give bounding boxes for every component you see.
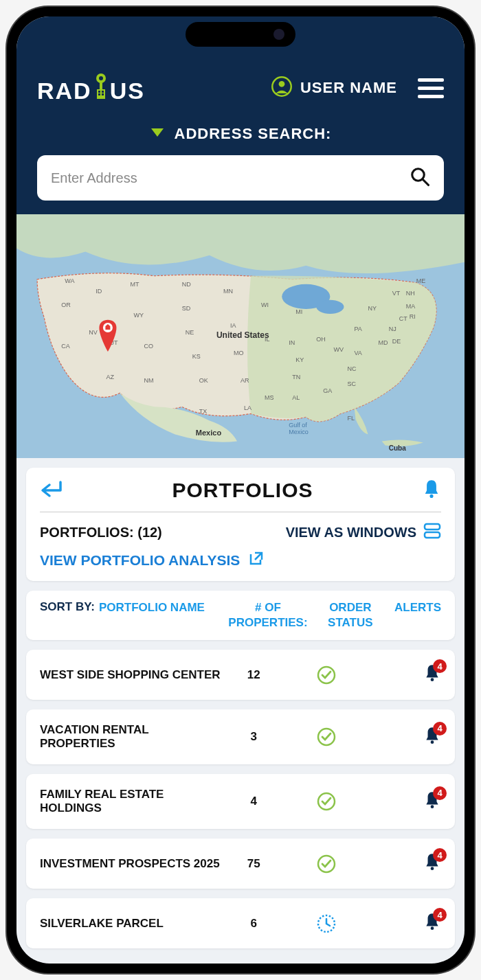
alert-bell-icon[interactable]: 4	[423, 912, 441, 935]
svg-text:TX: TX	[199, 408, 208, 415]
svg-point-13	[316, 300, 344, 314]
svg-text:CA: CA	[61, 343, 70, 350]
svg-text:FL: FL	[347, 415, 355, 422]
svg-text:NC: NC	[347, 365, 357, 372]
svg-text:MD: MD	[379, 339, 389, 346]
svg-line-10	[423, 179, 429, 185]
portfolio-row[interactable]: FAMILY REAL ESTATE HOLDINGS44	[26, 774, 455, 829]
svg-text:PA: PA	[355, 326, 362, 332]
svg-rect-5	[98, 93, 100, 95]
svg-rect-3	[98, 91, 100, 93]
svg-point-72	[431, 805, 434, 808]
view-analysis-button[interactable]: VIEW PORTFOLIO ANALYSIS	[40, 550, 441, 570]
svg-text:MT: MT	[131, 281, 140, 288]
logo-pin-icon	[93, 73, 109, 100]
svg-text:NJ: NJ	[389, 326, 396, 332]
sort-col-status[interactable]: ORDER STATUS	[319, 600, 382, 630]
svg-text:OH: OH	[316, 336, 326, 343]
svg-text:GA: GA	[323, 387, 332, 394]
status-check-icon	[286, 665, 366, 685]
row-properties-count: 4	[227, 795, 280, 808]
portfolio-row[interactable]: VACATION RENTAL PROPERTIES34	[26, 709, 455, 764]
svg-text:WV: WV	[333, 346, 344, 353]
svg-text:LA: LA	[244, 404, 251, 411]
svg-text:KS: KS	[192, 353, 201, 360]
sort-header: SORT BY: PORTFOLIO NAME # OF PROPERTIES:…	[26, 591, 455, 640]
external-link-icon	[247, 550, 263, 570]
svg-point-70	[431, 740, 434, 744]
svg-point-1	[99, 76, 103, 80]
svg-text:NY: NY	[368, 305, 377, 312]
svg-text:SD: SD	[182, 305, 191, 312]
svg-text:WY: WY	[134, 312, 144, 319]
sort-col-name[interactable]: PORTFOLIO NAME	[99, 600, 217, 615]
alert-bell-icon[interactable]: 4	[423, 852, 441, 875]
alert-bell-icon[interactable]: 4	[423, 663, 441, 686]
svg-text:WI: WI	[261, 301, 269, 308]
map-gulf-label: Gulf of	[289, 422, 307, 429]
svg-point-76	[431, 927, 434, 931]
svg-point-64	[429, 494, 433, 498]
alert-bell-icon[interactable]: 4	[423, 790, 441, 813]
view-as-windows-button[interactable]: VIEW AS WINDOWS	[286, 522, 441, 543]
portfolios-title: PORTFOLIOS	[172, 479, 313, 502]
svg-text:SC: SC	[347, 380, 356, 387]
svg-text:MA: MA	[406, 303, 416, 310]
portfolios-card: PORTFOLIOS PORTFOLIOS: (12) VIEW AS WIND…	[26, 468, 455, 581]
row-name: WEST SIDE SHOPPING CENTER	[40, 668, 221, 682]
svg-text:AR: AR	[240, 377, 249, 384]
map-view[interactable]: WAOR CANV IDMT WYUT AZCO NMND SDNE KSOK …	[16, 214, 465, 458]
chevron-down-icon[interactable]	[150, 126, 165, 141]
portfolio-row[interactable]: WEST SIDE SHOPPING CENTER124	[26, 650, 455, 700]
svg-text:DE: DE	[392, 338, 401, 345]
svg-text:ME: ME	[416, 277, 426, 284]
svg-text:IA: IA	[230, 322, 236, 329]
user-icon[interactable]	[271, 76, 292, 100]
portfolio-row[interactable]: SILVERLAKE PARCEL64	[26, 898, 455, 948]
sort-col-alerts[interactable]: ALERTS	[386, 600, 441, 615]
map-cuba-label: Cuba	[389, 444, 406, 452]
svg-text:NH: NH	[406, 290, 415, 297]
user-name-label[interactable]: USER NAME	[300, 79, 397, 97]
row-name: FAMILY REAL ESTATE HOLDINGS	[40, 788, 221, 815]
menu-icon[interactable]	[418, 78, 444, 98]
map-country-label: United States	[216, 330, 269, 340]
svg-text:NM: NM	[144, 377, 154, 384]
svg-rect-4	[102, 91, 104, 93]
svg-text:ND: ND	[182, 281, 192, 288]
search-label: ADDRESS SEARCH:	[175, 125, 332, 143]
svg-rect-65	[425, 524, 440, 529]
alert-bell-icon[interactable]: 4	[423, 726, 441, 749]
address-search-box[interactable]	[37, 155, 444, 201]
svg-point-68	[431, 679, 434, 682]
alert-badge: 4	[433, 786, 447, 800]
svg-point-74	[431, 867, 434, 871]
svg-text:NV: NV	[89, 329, 98, 336]
back-icon[interactable]	[40, 479, 63, 501]
bell-icon[interactable]	[422, 479, 441, 502]
svg-text:RI: RI	[410, 313, 416, 320]
map-mexico-label: Mexico	[196, 429, 222, 437]
status-check-icon	[286, 791, 366, 812]
svg-text:NE: NE	[186, 329, 194, 336]
row-name: INVESTMENT PROSPECTS 2025	[40, 857, 221, 871]
svg-rect-6	[102, 93, 104, 95]
sort-col-properties[interactable]: # OF PROPERTIES:	[221, 600, 314, 630]
svg-text:Mexico: Mexico	[289, 429, 309, 435]
svg-text:VT: VT	[392, 290, 401, 297]
row-properties-count: 3	[227, 730, 280, 744]
row-name: VACATION RENTAL PROPERTIES	[40, 723, 221, 751]
alert-badge: 4	[433, 659, 447, 673]
portfolio-row[interactable]: INVESTMENT PROSPECTS 2025754	[26, 839, 455, 889]
search-icon[interactable]	[410, 166, 430, 190]
svg-text:MI: MI	[295, 308, 302, 315]
svg-text:AL: AL	[292, 394, 300, 401]
alert-badge: 4	[433, 908, 447, 922]
svg-rect-2	[97, 89, 105, 99]
status-check-icon	[286, 854, 366, 874]
address-input[interactable]	[51, 170, 410, 186]
row-properties-count: 12	[227, 668, 280, 682]
brand-logo: RAD US	[37, 71, 145, 104]
svg-rect-66	[425, 532, 440, 538]
svg-text:TN: TN	[292, 374, 300, 380]
